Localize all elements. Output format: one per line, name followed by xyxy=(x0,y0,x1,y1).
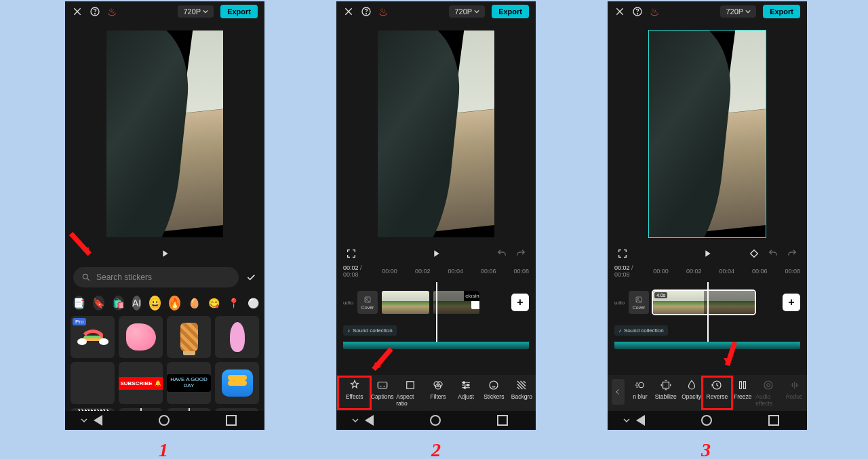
tool-aspect-ratio[interactable]: Aspect ratio xyxy=(396,379,424,407)
category-pin[interactable]: 📍 xyxy=(228,296,239,311)
category-ai[interactable]: AI xyxy=(132,296,141,311)
tool-captions[interactable]: Captions xyxy=(368,379,396,407)
chevron-down-icon[interactable] xyxy=(621,415,632,426)
category-egg[interactable]: 🥚 xyxy=(189,296,200,311)
redo-icon[interactable] xyxy=(787,248,797,259)
tool-background[interactable]: Backgro xyxy=(508,379,536,407)
svg-point-6 xyxy=(366,298,368,299)
chevron-down-icon[interactable] xyxy=(350,415,361,426)
play-icon[interactable] xyxy=(702,248,713,259)
close-icon[interactable] xyxy=(614,6,625,17)
nav-home-icon[interactable] xyxy=(159,415,170,426)
tool-adjust[interactable]: Adjust xyxy=(452,379,480,407)
fullscreen-icon[interactable] xyxy=(617,248,628,259)
help-icon[interactable] xyxy=(361,6,372,17)
nav-back-icon[interactable] xyxy=(94,415,102,426)
timeline-track[interactable]: udio Cover 4.0s + xyxy=(608,282,807,323)
add-clip-button[interactable]: + xyxy=(511,294,529,311)
tool-freeze[interactable]: Freeze xyxy=(730,379,755,407)
nav-back-icon[interactable] xyxy=(636,415,645,426)
tool-filters[interactable]: Filters xyxy=(424,379,452,407)
export-button[interactable]: Export xyxy=(763,5,800,18)
resolution-pill[interactable]: 720P xyxy=(178,5,214,18)
tool-audio-effects[interactable]: Audio effects xyxy=(755,379,781,407)
nav-home-icon[interactable] xyxy=(430,415,441,426)
play-icon[interactable] xyxy=(159,248,170,259)
nav-back-icon[interactable] xyxy=(365,415,374,426)
tool-motion-blur[interactable]: n blur xyxy=(627,379,653,407)
svg-point-19 xyxy=(637,298,639,299)
svg-point-4 xyxy=(366,14,366,14)
timeline-track[interactable]: udio Cover closing + xyxy=(336,282,536,323)
close-icon[interactable] xyxy=(343,6,354,17)
clip-1[interactable] xyxy=(382,291,429,314)
svg-point-2 xyxy=(83,274,87,279)
nav-recent-icon[interactable] xyxy=(768,415,779,426)
tool-stabilize[interactable]: Stabilize xyxy=(653,379,679,407)
playhead[interactable] xyxy=(436,282,437,342)
sticker-blue-card[interactable] xyxy=(215,362,259,404)
category-recent[interactable]: 📑 xyxy=(73,296,85,311)
cover-chip[interactable]: Cover xyxy=(629,291,649,314)
tool-reduce-noise[interactable]: Reduc xyxy=(781,379,807,407)
nav-recent-icon[interactable] xyxy=(497,415,508,426)
tool-effects[interactable]: Effects xyxy=(340,379,368,407)
resolution-pill[interactable]: 720P xyxy=(720,5,756,18)
fullscreen-icon[interactable] xyxy=(346,248,357,259)
category-shop[interactable]: 🛍️ xyxy=(113,296,124,311)
help-icon[interactable] xyxy=(90,6,100,17)
sticker-good-day[interactable]: HAVE A GOOD DAY xyxy=(167,362,211,404)
tool-stickers[interactable]: Stickers xyxy=(480,379,508,407)
flame-icon[interactable]: ♨ xyxy=(107,5,117,18)
clip-2[interactable]: closing xyxy=(433,291,479,314)
category-hot[interactable]: 🔥 xyxy=(169,296,180,311)
flame-icon[interactable]: ♨ xyxy=(378,5,388,18)
tool-opacity[interactable]: Opacity xyxy=(679,379,705,407)
export-button[interactable]: Export xyxy=(492,5,529,18)
sticker-popsicle[interactable] xyxy=(167,316,211,358)
phone-screenshot-3: ♨ 720P Export 00:02 / 00:08 00:00 00:02 … xyxy=(608,1,807,430)
help-icon[interactable] xyxy=(632,6,643,17)
sticker-pink-swatch[interactable] xyxy=(119,316,163,358)
keyframe-icon[interactable] xyxy=(749,248,760,259)
svg-rect-5 xyxy=(365,297,370,302)
cover-chip[interactable]: Cover xyxy=(357,291,378,314)
search-placeholder: Search stickers xyxy=(96,273,152,282)
playhead[interactable] xyxy=(707,282,709,342)
category-bookmark[interactable]: 🔖 xyxy=(93,296,104,311)
toolbar-back-button[interactable] xyxy=(612,379,625,405)
sticker-search-input[interactable]: Search stickers xyxy=(73,267,239,287)
video-preview[interactable] xyxy=(378,31,494,237)
undo-icon[interactable] xyxy=(496,248,507,259)
export-button[interactable]: Export xyxy=(220,5,258,18)
undo-icon[interactable] xyxy=(768,248,778,259)
sticker-rainbow[interactable]: Pro xyxy=(71,316,115,358)
svg-point-12 xyxy=(463,382,465,384)
close-icon[interactable] xyxy=(72,6,83,17)
confirm-icon[interactable] xyxy=(245,272,256,283)
chevron-down-icon[interactable] xyxy=(79,415,90,426)
svg-point-25 xyxy=(764,381,772,389)
clip-selected[interactable]: 4.0s xyxy=(653,291,755,314)
preview-area xyxy=(65,22,264,245)
pro-badge: Pro xyxy=(73,318,86,325)
nav-home-icon[interactable] xyxy=(701,415,712,426)
category-ball[interactable]: ⚪ xyxy=(248,296,259,311)
resolution-pill[interactable]: 720P xyxy=(449,5,485,18)
category-emoji[interactable]: 😀 xyxy=(149,296,161,311)
video-preview[interactable] xyxy=(106,31,223,237)
tool-reverse[interactable]: Reverse xyxy=(705,379,730,407)
play-icon[interactable] xyxy=(431,248,441,259)
sticker-empty[interactable] xyxy=(71,362,115,404)
svg-rect-7 xyxy=(378,382,387,388)
sticker-subscribe[interactable]: SUBSCRIBE🔔 xyxy=(119,362,163,404)
add-clip-button[interactable]: + xyxy=(783,294,800,311)
redo-icon[interactable] xyxy=(515,248,526,259)
video-preview[interactable] xyxy=(649,31,766,237)
category-face[interactable]: 😋 xyxy=(208,296,220,311)
nav-recent-icon[interactable] xyxy=(226,415,237,426)
time-ruler: 00:02 / 00:08 00:00 00:02 00:04 00:06 00… xyxy=(336,262,536,282)
preview-area xyxy=(336,22,536,245)
sticker-cotton-candy[interactable] xyxy=(215,316,259,358)
flame-icon[interactable]: ♨ xyxy=(650,5,659,18)
